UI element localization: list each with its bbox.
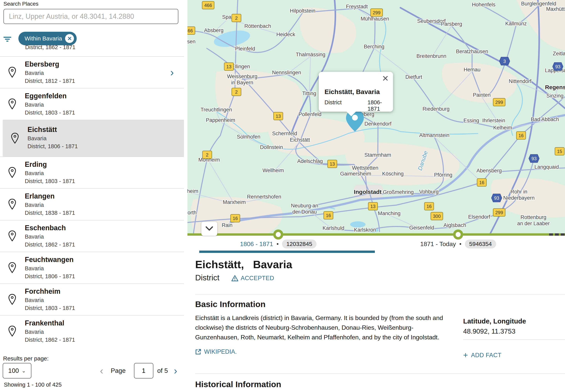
timeline-node-1806[interactable]	[273, 229, 283, 239]
map[interactable]: FreystadtHilpoltsteinMühlhausenHohenfels…	[188, 0, 565, 235]
wikipedia-link[interactable]: WIKIPEDIA.	[195, 348, 237, 355]
list-item-region: Bavaria	[25, 70, 75, 76]
map-canvas: FreystadtHilpoltsteinMühlhausenHohenfels…	[188, 0, 565, 235]
timeline-node-1871[interactable]	[453, 229, 463, 239]
list-item-partial[interactable]: District, 1862 - 1871	[25, 44, 75, 51]
road-shield: 13	[274, 112, 283, 120]
map-label: Nittendorf	[509, 78, 532, 84]
map-label: Hilpoltstein	[290, 8, 315, 14]
latlng-value: 48.9092, 11.3753	[463, 327, 515, 335]
place-type: District	[195, 273, 219, 282]
road-shield: 16	[231, 214, 240, 222]
list-item-name: Forchheim	[25, 287, 75, 295]
map-label: Breitenbrunn	[417, 53, 447, 59]
road-shield: 2	[232, 14, 241, 22]
add-fact-button[interactable]: + ADD FACT	[463, 350, 502, 360]
list-item-region: Bavaria	[28, 135, 78, 142]
svg-text:16: 16	[519, 133, 524, 138]
location-pin-icon	[8, 230, 17, 242]
map-label: Aiglsbach	[443, 222, 466, 228]
timeline-track[interactable]	[188, 233, 565, 236]
svg-text:16: 16	[479, 180, 484, 185]
place-title: Eichstätt, Bavaria	[195, 258, 292, 271]
filter-icon[interactable]	[3, 37, 11, 42]
next-page-button[interactable]: ›	[174, 363, 177, 378]
map-label: Pollenfeld	[299, 112, 322, 117]
timeline-range-1871-today[interactable]: 1871 - Today•5946354	[420, 239, 496, 248]
map-label: Elsendorf	[468, 214, 491, 220]
map-label: sheim	[188, 188, 198, 194]
latlng-label: Latitude, Longitude	[463, 317, 526, 325]
list-item-ebersberg[interactable]: EbersbergBavariaDistrict, 1812 - 1871›	[0, 56, 184, 88]
map-label: Pleinfeld	[235, 46, 255, 52]
map-label: Röttenbach	[244, 23, 271, 29]
location-pin-icon	[11, 132, 19, 144]
svg-text:16: 16	[427, 204, 432, 209]
svg-text:13: 13	[330, 161, 335, 167]
map-label: Rennertshofen	[247, 194, 281, 200]
map-label: Dollnstein	[260, 144, 283, 150]
map-label: Heideck	[276, 31, 295, 37]
map-label: Pappenheim	[206, 117, 235, 123]
collapse-map-button[interactable]	[201, 222, 217, 236]
active-tab-indicator	[199, 251, 375, 253]
map-label: Titting	[302, 91, 316, 96]
list-item-erding[interactable]: ErdingBavariaDistrict, 1803 - 1871	[0, 156, 184, 188]
popup-close-icon[interactable]: ✕	[382, 74, 389, 83]
bullet-separator: •	[276, 241, 279, 247]
timeline-range-1806-1871[interactable]: 1806 - 1871•12032845	[240, 239, 317, 248]
map-label: Stammham	[364, 152, 391, 158]
map-label: worth	[188, 210, 197, 216]
list-item-erlangen[interactable]: ErlangenBavariaDistrict, 1838 - 1871	[0, 188, 184, 220]
filter-chip-within-bavaria[interactable]: Within Bavaria ✕	[18, 32, 77, 45]
map-label: Riedenburg	[422, 106, 449, 112]
map-label: Pförring	[434, 172, 452, 178]
showing-results-text: Showing 1 - 100 of 425	[4, 381, 62, 388]
map-label: Hohenfels	[472, 2, 495, 8]
map-label: Wellheim	[262, 168, 284, 173]
map-label: Zeitla	[553, 51, 565, 56]
sidebar: Search Places Within Bavaria ✕ District,…	[0, 0, 188, 392]
status-badge[interactable]: ACCEPTED	[232, 275, 274, 282]
list-item-frankenthal[interactable]: FrankenthalBavariaDistrict, 1862 - 1871	[0, 315, 184, 347]
list-item-eschenbach[interactable]: EschenbachBavariaDistrict, 1862 - 1871	[0, 220, 184, 252]
road-shield: 13	[328, 160, 337, 168]
results-per-page-select[interactable]: 100 ⌄	[3, 363, 31, 378]
map-label: Gaimersheim	[340, 171, 371, 177]
location-pin-icon	[8, 325, 17, 337]
bullet-separator: •	[460, 241, 462, 247]
status-label: ACCEPTED	[241, 275, 274, 282]
list-item-forchheim[interactable]: ForchheimBavariaDistrict, 1803 - 1871	[0, 283, 184, 315]
map-label: Berching	[364, 44, 385, 50]
page-number-input[interactable]	[134, 363, 153, 378]
road-shield: 300	[431, 212, 443, 220]
list-item-detail: District, 1806 - 1871	[25, 273, 75, 280]
map-label: Schernfeld	[272, 131, 297, 136]
chevron-right-icon[interactable]: ›	[170, 67, 174, 78]
place-description: Eichstätt is a Landkreis (district) in B…	[195, 313, 456, 342]
map-label: Freystadt	[346, 4, 368, 10]
list-item-feuchtwangen[interactable]: FeuchtwangenBavariaDistrict, 1806 - 1871	[0, 252, 184, 283]
basic-info-heading: Basic Information	[195, 299, 265, 309]
search-input[interactable]	[3, 9, 178, 24]
svg-text:299: 299	[373, 10, 380, 15]
road-shield: 13	[224, 63, 233, 70]
previous-page-button[interactable]: ‹	[100, 363, 103, 378]
map-label: Hemau	[464, 67, 480, 72]
chevron-down-icon	[205, 226, 214, 231]
timeline-range-label[interactable]: 1806 - 1871	[240, 240, 273, 248]
timeline-range-label[interactable]: 1871 - Today	[420, 240, 456, 248]
svg-text:15: 15	[557, 149, 562, 154]
road-shield: 16	[424, 202, 434, 210]
list-item-eggenfelden[interactable]: EggenfeldenBavariaDistrict, 1803 - 1871	[0, 88, 184, 120]
filter-chip-label: Within Bavaria	[25, 35, 62, 42]
road-shield: 93	[492, 194, 502, 202]
map-label: Thalmässing	[296, 52, 325, 57]
list-item-eichstätt[interactable]: EichstättBavariaDistrict, 1806 - 1871	[3, 120, 184, 156]
chip-close-icon[interactable]: ✕	[65, 34, 74, 43]
map-label: sen	[188, 39, 196, 44]
map-label: Sinzing	[546, 93, 564, 99]
results-per-page-value: 100	[8, 367, 19, 374]
list-item-name: Eschenbach	[25, 224, 75, 232]
add-fact-label: ADD FACT	[471, 352, 502, 359]
